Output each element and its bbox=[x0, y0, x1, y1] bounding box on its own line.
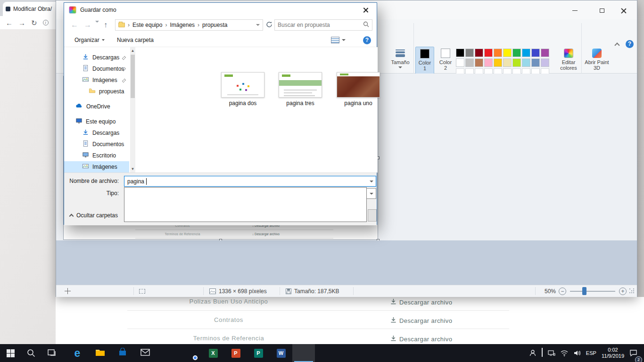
page-info-icon[interactable]: i bbox=[43, 20, 49, 25]
file-thumbnail-pagina-uno[interactable] bbox=[337, 72, 380, 98]
file-name-label[interactable]: pagina uno bbox=[330, 100, 387, 107]
taskbar-app-paint[interactable] bbox=[292, 344, 315, 362]
file-thumbnail-pagina-tres[interactable] bbox=[279, 72, 322, 98]
language-indicator[interactable]: ESP bbox=[586, 350, 596, 356]
sidebar-item-imagenes[interactable]: Imágenes bbox=[64, 74, 129, 86]
dialog-help-button[interactable]: ? bbox=[363, 33, 371, 47]
edit-colors-button[interactable]: Editar colores bbox=[558, 47, 579, 71]
zoom-in-button[interactable]: + bbox=[619, 288, 627, 295]
start-button[interactable] bbox=[0, 344, 21, 362]
taskbar-app-firefox[interactable] bbox=[157, 344, 179, 362]
palette-swatch[interactable] bbox=[522, 58, 530, 67]
color1-button[interactable]: Color 1 bbox=[415, 47, 434, 77]
taskbar-search-button[interactable] bbox=[21, 344, 41, 362]
open-paint3d-button[interactable]: Abrir Paint 3D bbox=[584, 47, 610, 71]
palette-swatch[interactable] bbox=[456, 49, 464, 57]
taskbar-app-mail[interactable] bbox=[134, 344, 157, 362]
breadcrumb-this-pc[interactable]: Este equipo bbox=[130, 22, 165, 28]
hide-folders-button[interactable]: Ocultar carpetas bbox=[70, 211, 118, 220]
taskbar-app-store[interactable] bbox=[111, 344, 134, 362]
new-folder-button[interactable]: Nueva carpeta bbox=[117, 33, 154, 47]
download-link[interactable]: Descargar archivo bbox=[390, 335, 452, 343]
palette-swatch[interactable] bbox=[465, 58, 474, 67]
browser-forward-icon[interactable]: → bbox=[18, 19, 25, 26]
color2-button[interactable]: Color 2 bbox=[436, 47, 455, 77]
palette-swatch[interactable] bbox=[541, 49, 549, 57]
action-center-icon[interactable]: 2 bbox=[629, 349, 637, 357]
sidebar-item-documentos[interactable]: Documentos bbox=[64, 139, 129, 150]
dialog-close-button[interactable] bbox=[355, 3, 376, 16]
taskbar-app-chrome[interactable] bbox=[179, 344, 202, 362]
browser-back-icon[interactable]: ← bbox=[6, 19, 13, 26]
browser-tab[interactable]: Modificar Obra/ bbox=[3, 2, 63, 16]
sidebar-scrollbar[interactable]: ▲ ▼ bbox=[130, 47, 135, 173]
palette-swatch[interactable] bbox=[541, 58, 549, 67]
sidebar-item-descargas[interactable]: Descargas bbox=[64, 127, 129, 139]
download-link[interactable]: Descargar archivo bbox=[390, 316, 452, 325]
scroll-up-icon[interactable]: ▲ bbox=[130, 47, 135, 54]
palette-swatch[interactable] bbox=[531, 58, 540, 67]
filename-autocomplete-dropdown[interactable] bbox=[124, 187, 367, 222]
taskbar-app-publisher[interactable]: P bbox=[247, 344, 270, 362]
taskbar-app-powerpoint[interactable]: P bbox=[224, 344, 247, 362]
help-icon[interactable]: ? bbox=[626, 40, 634, 48]
search-input[interactable]: Buscar en propuesta bbox=[274, 19, 372, 31]
sidebar-item-documentos[interactable]: Documentos bbox=[64, 63, 129, 74]
filetype-dropdown-icon[interactable] bbox=[367, 189, 376, 198]
up-button[interactable]: ↑ bbox=[104, 21, 107, 29]
breadcrumb-pictures[interactable]: Imágenes bbox=[167, 22, 198, 28]
palette-swatch[interactable] bbox=[475, 58, 483, 67]
palette-swatch[interactable] bbox=[494, 58, 502, 67]
network-icon[interactable] bbox=[548, 350, 555, 356]
taskbar-app-excel[interactable]: X bbox=[202, 344, 224, 362]
clock[interactable]: 0:02 11/9/2019 bbox=[602, 347, 624, 359]
dialog-titlebar[interactable]: Guardar como bbox=[64, 3, 377, 17]
file-name-label[interactable]: pagina tres bbox=[272, 100, 329, 107]
zoom-out-button[interactable]: − bbox=[559, 288, 566, 295]
file-name-label[interactable]: pagina dos bbox=[215, 100, 271, 107]
back-button[interactable]: ← bbox=[71, 21, 78, 29]
organize-button[interactable]: Organizar bbox=[74, 33, 105, 47]
browser-reload-icon[interactable]: ↻ bbox=[31, 19, 37, 26]
filename-input[interactable]: pagina bbox=[124, 176, 376, 187]
sidebar-item-onedrive[interactable]: OneDrive bbox=[64, 101, 129, 112]
address-bar[interactable]: › Este equipo › Imágenes › propuesta bbox=[115, 19, 263, 31]
taskbar-app-word[interactable]: W bbox=[270, 344, 292, 362]
scrollbar-thumb[interactable] bbox=[131, 55, 135, 98]
palette-swatch[interactable] bbox=[456, 58, 464, 67]
palette-swatch[interactable] bbox=[484, 49, 493, 57]
sidebar-item-propuesta[interactable]: propuesta bbox=[64, 86, 129, 97]
palette-swatch[interactable] bbox=[531, 49, 540, 57]
collapse-ribbon-icon[interactable] bbox=[614, 42, 619, 48]
palette-swatch[interactable] bbox=[484, 58, 493, 67]
palette-swatch[interactable] bbox=[503, 49, 512, 57]
palette-swatch[interactable] bbox=[494, 49, 502, 57]
palette-swatch[interactable] bbox=[522, 49, 530, 57]
palette-swatch[interactable] bbox=[465, 49, 474, 57]
maximize-button[interactable] bbox=[591, 4, 613, 16]
resize-grip[interactable] bbox=[629, 288, 635, 294]
address-dropdown-icon[interactable] bbox=[256, 24, 260, 26]
tray-expand-icon[interactable] bbox=[542, 349, 543, 357]
refresh-icon[interactable] bbox=[266, 21, 272, 29]
palette-swatch[interactable] bbox=[475, 49, 483, 57]
filename-dropdown-icon[interactable] bbox=[367, 176, 376, 186]
download-link[interactable]: Descargar archivo bbox=[390, 298, 452, 306]
forward-button[interactable]: → bbox=[84, 21, 91, 29]
sidebar-item-escritorio[interactable]: Escritorio bbox=[64, 150, 129, 161]
cancel-button[interactable] bbox=[368, 209, 377, 222]
palette-swatch[interactable] bbox=[512, 49, 521, 57]
people-icon[interactable] bbox=[529, 349, 537, 357]
taskbar-app-edge[interactable]: e bbox=[66, 344, 89, 362]
sidebar-item-descargas[interactable]: Descargas bbox=[64, 52, 129, 63]
wifi-icon[interactable] bbox=[561, 350, 568, 356]
file-thumbnail-pagina-dos[interactable] bbox=[221, 72, 264, 98]
history-caret-icon[interactable] bbox=[95, 23, 99, 31]
change-view-button[interactable] bbox=[331, 33, 346, 47]
zoom-slider-thumb[interactable] bbox=[582, 287, 586, 295]
zoom-slider[interactable] bbox=[570, 291, 615, 292]
sidebar-item-imagenes[interactable]: Imágenes bbox=[64, 161, 129, 173]
taskbar-app-file-explorer[interactable] bbox=[89, 344, 111, 362]
minimize-button[interactable] bbox=[564, 4, 586, 16]
breadcrumb-propuesta[interactable]: propuesta bbox=[199, 22, 230, 28]
